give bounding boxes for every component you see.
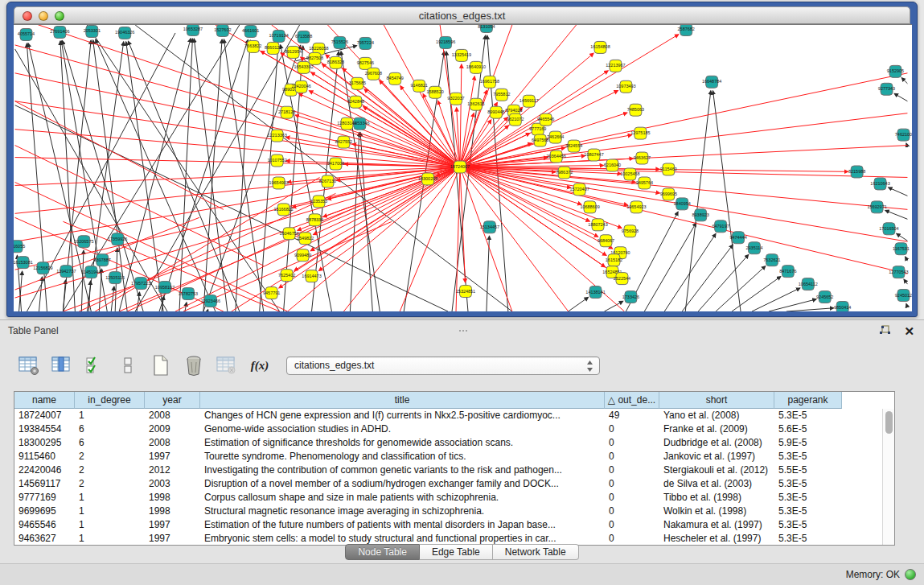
graph-node[interactable]: 12770543 bbox=[889, 266, 908, 278]
zoom-window-button[interactable] bbox=[55, 11, 64, 21]
unmerge-icon[interactable] bbox=[117, 354, 139, 377]
graph-node[interactable]: 6216040 bbox=[604, 159, 621, 171]
graph-node[interactable]: 16210643 bbox=[870, 178, 889, 190]
graph-node[interactable]: 9495764 bbox=[636, 177, 653, 189]
table-cell[interactable]: 5.3E-5 bbox=[774, 450, 842, 463]
graph-node[interactable]: 12505115 bbox=[105, 272, 125, 284]
graph-edge[interactable] bbox=[904, 279, 907, 284]
table-cell[interactable]: Disruption of a novel member of a sodium… bbox=[200, 477, 605, 491]
graph-node[interactable]: 9152905 bbox=[887, 65, 904, 77]
table-cell[interactable]: 0 bbox=[605, 450, 659, 463]
graph-edge[interactable] bbox=[644, 223, 696, 311]
table-row[interactable]: 977716911998Corpus callosum shape and si… bbox=[14, 491, 894, 505]
graph-edge[interactable] bbox=[96, 39, 216, 311]
graph-node[interactable]: 16961758 bbox=[480, 76, 499, 88]
graph-node[interactable]: 8471676 bbox=[779, 266, 796, 278]
graph-edge[interactable] bbox=[39, 277, 42, 311]
graph-node[interactable]: 7986372 bbox=[556, 167, 573, 179]
graph-node[interactable]: 27691406 bbox=[50, 26, 69, 38]
table-cell[interactable]: 0 bbox=[605, 436, 659, 450]
graph-edge[interactable] bbox=[460, 73, 907, 167]
graph-edge[interactable] bbox=[460, 113, 907, 167]
graph-node[interactable]: 2516055 bbox=[14, 241, 25, 253]
graph-node[interactable]: 14569117 bbox=[519, 95, 539, 107]
table-cell[interactable]: Stergiakouli et al. (2012) bbox=[659, 463, 774, 477]
graph-edge[interactable] bbox=[885, 210, 908, 219]
graph-node[interactable]: 1167531 bbox=[893, 243, 910, 255]
graph-edge[interactable] bbox=[569, 297, 589, 311]
graph-node[interactable]: 18640910 bbox=[466, 61, 486, 73]
graph-edge[interactable] bbox=[713, 91, 741, 311]
table-cell[interactable]: Estimation of significance thresholds fo… bbox=[200, 436, 605, 450]
float-panel-icon[interactable] bbox=[879, 325, 891, 336]
table-row[interactable]: 1456911722003Disruption of a novel membe… bbox=[14, 477, 894, 491]
column-header-title[interactable]: title bbox=[200, 392, 605, 409]
column-header-in_degree[interactable]: in_degree bbox=[75, 392, 145, 409]
graph-node[interactable]: 7462664 bbox=[547, 131, 564, 143]
table-cell[interactable]: Investigating the contribution of common… bbox=[200, 463, 605, 477]
table-cell[interactable]: 1 bbox=[75, 491, 145, 505]
graph-node[interactable]: 9245652 bbox=[816, 291, 833, 303]
table-cell[interactable]: 1997 bbox=[145, 518, 200, 532]
column-header-year[interactable]: year bbox=[145, 392, 200, 409]
table-cell[interactable]: Corpus callosum shape and size in male p… bbox=[200, 491, 605, 505]
graph-node[interactable]: 19654903 bbox=[269, 177, 288, 189]
graph-node[interactable]: 6713588 bbox=[295, 31, 312, 43]
graph-node[interactable]: 9322037 bbox=[447, 93, 464, 105]
close-window-button[interactable] bbox=[23, 11, 32, 21]
table-cell[interactable]: 1 bbox=[75, 505, 145, 518]
column-header-out_de[interactable]: △ out_de... bbox=[605, 392, 659, 409]
graph-node[interactable]: 8215988 bbox=[848, 166, 865, 178]
graph-edge[interactable] bbox=[460, 167, 614, 274]
graph-node[interactable]: 2718126 bbox=[278, 106, 295, 118]
graph-edge[interactable] bbox=[889, 187, 908, 196]
table-cell[interactable]: Genome-wide association studies in ADHD. bbox=[200, 422, 605, 436]
table-cell[interactable]: 5.3E-5 bbox=[774, 477, 842, 491]
graph-edge[interactable] bbox=[698, 254, 749, 311]
table-cell[interactable]: Nakamura et al. (1997) bbox=[659, 518, 774, 532]
graph-node[interactable]: 9242848 bbox=[347, 96, 364, 108]
graph-node[interactable]: 7632621 bbox=[763, 254, 780, 266]
table-cell[interactable]: Jankovic et al. (1997) bbox=[659, 450, 774, 463]
graph-node[interactable]: 3175685 bbox=[349, 77, 366, 89]
graph-edge[interactable] bbox=[15, 101, 224, 210]
graph-node[interactable]: 16648784 bbox=[702, 76, 721, 88]
table-cell[interactable]: 22420046 bbox=[14, 463, 75, 477]
table-cell[interactable]: 5.3E-5 bbox=[774, 491, 842, 505]
table-cell[interactable]: 0 bbox=[605, 477, 659, 491]
table-row[interactable]: 911546021997Tourette syndrome. Phenomeno… bbox=[14, 450, 894, 463]
table-cell[interactable]: 0 bbox=[605, 463, 659, 477]
graph-node[interactable]: 1527602 bbox=[214, 25, 231, 37]
graph-edge[interactable] bbox=[460, 167, 907, 274]
table-cell[interactable]: 1998 bbox=[145, 505, 200, 518]
table-cell[interactable]: 5.3E-5 bbox=[774, 518, 842, 532]
table-cell[interactable]: Yano et al. (2008) bbox=[659, 409, 774, 422]
graph-node[interactable]: 7955812 bbox=[493, 89, 510, 101]
graph-node[interactable]: 1362615 bbox=[467, 98, 484, 110]
graph-node[interactable]: 9850414 bbox=[834, 302, 851, 311]
graph-node[interactable]: 2522544 bbox=[614, 273, 630, 285]
graph-node[interactable]: 9397887 bbox=[94, 254, 111, 266]
table-cell[interactable]: Tourette syndrome. Phenomenology and cla… bbox=[200, 450, 605, 463]
graph-node[interactable]: 9245012 bbox=[895, 290, 912, 302]
column-header-pagerank[interactable]: pagerank bbox=[774, 392, 842, 409]
graph-node[interactable]: 16153081 bbox=[14, 257, 33, 269]
graph-edge[interactable] bbox=[111, 286, 114, 311]
graph-edge[interactable] bbox=[716, 266, 766, 311]
table-row[interactable]: 1830029562008Estimation of significance … bbox=[14, 436, 894, 450]
table-cell[interactable]: 49 bbox=[605, 409, 659, 422]
table-cell[interactable]: 2008 bbox=[145, 436, 200, 450]
graph-node[interactable]: 9699695 bbox=[660, 188, 677, 200]
graph-node[interactable]: 4055714 bbox=[18, 28, 35, 40]
graph-node[interactable]: 12213363 bbox=[267, 130, 286, 142]
delete-table-icon[interactable] bbox=[183, 354, 205, 377]
table-cell[interactable]: 2009 bbox=[145, 422, 200, 436]
table-vertical-scrollbar[interactable] bbox=[882, 409, 894, 545]
graph-node[interactable]: 2587682 bbox=[678, 24, 695, 35]
table-settings-icon[interactable] bbox=[18, 354, 40, 377]
tab-node-table[interactable]: Node Table bbox=[345, 544, 420, 560]
graph-node[interactable]: 2053301 bbox=[84, 25, 101, 37]
graph-node[interactable]: 12156829 bbox=[33, 262, 52, 274]
graph-edge[interactable] bbox=[63, 280, 65, 311]
graph-edge[interactable] bbox=[460, 25, 577, 167]
